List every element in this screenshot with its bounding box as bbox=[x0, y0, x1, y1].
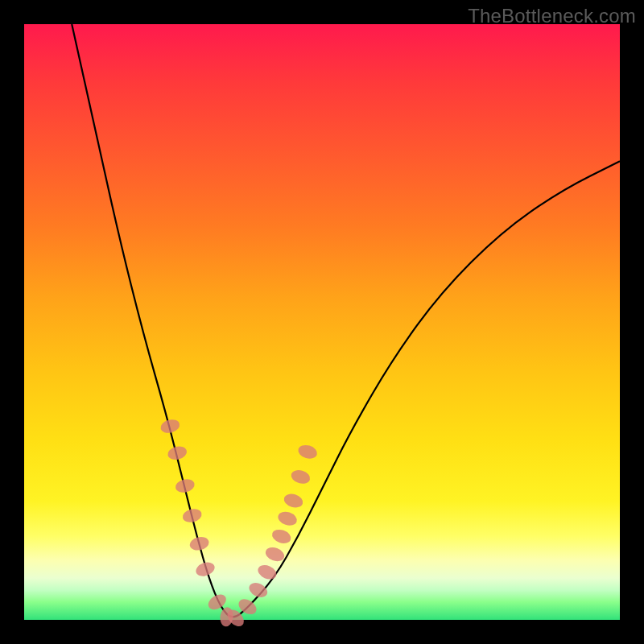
marker-point bbox=[159, 418, 181, 436]
bottleneck-curve bbox=[72, 24, 620, 617]
marker-point bbox=[290, 468, 312, 485]
watermark-text: TheBottleneck.com bbox=[468, 5, 636, 27]
chart-frame: TheBottleneck.com bbox=[0, 0, 644, 644]
marker-point bbox=[181, 507, 203, 524]
marker-point bbox=[263, 545, 286, 564]
plot-area bbox=[24, 24, 620, 620]
marker-point bbox=[276, 510, 299, 528]
marker-point bbox=[256, 563, 279, 582]
marker-point bbox=[167, 444, 188, 461]
highlight-markers bbox=[159, 418, 319, 630]
marker-point bbox=[270, 527, 293, 546]
marker-point bbox=[296, 443, 318, 460]
marker-point bbox=[174, 477, 196, 494]
marker-point bbox=[188, 535, 210, 552]
marker-point bbox=[194, 559, 217, 578]
marker-point bbox=[283, 492, 305, 510]
curve-layer bbox=[24, 24, 620, 620]
